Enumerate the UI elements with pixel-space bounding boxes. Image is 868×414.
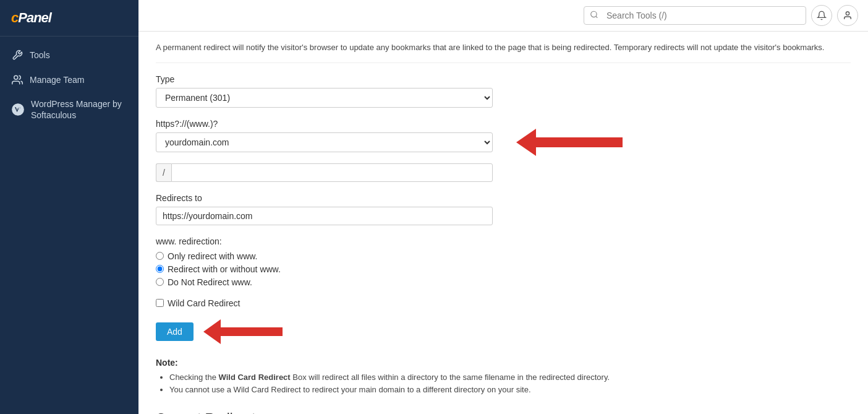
https-form-group: https?://(www.)? yourdomain.com bbox=[156, 119, 851, 152]
note-wildcard-bold: Wild Card Redirect bbox=[219, 373, 291, 382]
user-menu-button[interactable] bbox=[837, 5, 858, 26]
arrow-body-domain bbox=[536, 137, 623, 147]
svg-point-2 bbox=[591, 11, 597, 17]
svg-line-3 bbox=[596, 16, 598, 18]
https-label: https?://(www.)? bbox=[156, 119, 851, 129]
svg-point-4 bbox=[846, 12, 849, 15]
note-section: Note: Checking the Wild Card Redirect Bo… bbox=[156, 358, 851, 397]
note-title: Note: bbox=[156, 358, 851, 368]
radio-do-not-label: Do Not Redirect www. bbox=[168, 277, 252, 287]
wordpress-icon bbox=[11, 103, 25, 116]
path-row: / bbox=[156, 163, 493, 182]
radio-only-www-label: Only redirect with www. bbox=[168, 251, 257, 261]
sidebar-item-manage-team[interactable]: Manage Team bbox=[0, 67, 138, 92]
add-button[interactable]: Add bbox=[156, 322, 194, 341]
path-prefix: / bbox=[156, 163, 171, 182]
domain-row: yourdomain.com bbox=[156, 132, 493, 152]
domain-arrow-annotation bbox=[516, 129, 623, 156]
sidebar-logo: cPanel bbox=[0, 0, 138, 37]
sidebar-item-wordpress-label: WordPress Manager by Softaculous bbox=[31, 98, 127, 121]
note-item-2: You cannot use a Wild Card Redirect to r… bbox=[169, 384, 851, 397]
radio-do-not-input[interactable] bbox=[156, 278, 164, 286]
wildcard-label: Wild Card Redirect bbox=[168, 298, 240, 308]
add-button-arrow-head bbox=[203, 319, 221, 344]
svg-point-0 bbox=[14, 75, 18, 79]
radio-with-or-without: Redirect with or without www. bbox=[156, 264, 851, 274]
search-input[interactable] bbox=[584, 6, 806, 25]
intro-text: A permanent redirect will notify the vis… bbox=[156, 41, 851, 63]
search-icon bbox=[590, 11, 598, 21]
www-redirection-group: www. redirection: Only redirect with www… bbox=[156, 236, 851, 287]
sidebar-item-manage-team-label: Manage Team bbox=[30, 75, 84, 85]
red-arrow-domain bbox=[516, 129, 623, 156]
sidebar-nav: Tools Manage Team WordPress bbox=[0, 37, 138, 133]
content-scroll-area: A permanent redirect will notify the vis… bbox=[138, 32, 868, 414]
domain-select[interactable]: yourdomain.com bbox=[156, 132, 493, 152]
radio-do-not: Do Not Redirect www. bbox=[156, 277, 851, 287]
arrow-head-domain bbox=[516, 129, 536, 156]
note-list: Checking the Wild Card Redirect Box will… bbox=[156, 371, 851, 397]
www-redirection-label: www. redirection: bbox=[156, 236, 851, 246]
redirects-to-form-group: Redirects to bbox=[156, 193, 851, 225]
sidebar-item-tools-label: Tools bbox=[30, 50, 50, 60]
main-content-area: A permanent redirect will notify the vis… bbox=[138, 0, 868, 414]
path-input[interactable] bbox=[171, 163, 493, 182]
add-button-row: Add bbox=[156, 319, 851, 344]
redirects-to-input[interactable] bbox=[156, 207, 493, 225]
current-redirects-title: Current Redirects bbox=[156, 410, 851, 414]
redirects-to-label: Redirects to bbox=[156, 193, 851, 203]
radio-with-or-without-label: Redirect with or without www. bbox=[168, 264, 281, 274]
wildcard-row: Wild Card Redirect bbox=[156, 298, 851, 308]
note-item-1: Checking the Wild Card Redirect Box will… bbox=[169, 371, 851, 384]
notifications-button[interactable] bbox=[811, 5, 832, 26]
sidebar-item-wordpress[interactable]: WordPress Manager by Softaculous bbox=[0, 92, 138, 127]
sidebar: cPanel Tools Manage Team bbox=[0, 0, 138, 414]
users-icon bbox=[11, 74, 23, 86]
wildcard-checkbox[interactable] bbox=[156, 299, 164, 307]
type-form-group: Type Permanent (301) Temporary (302) bbox=[156, 74, 851, 108]
cpanel-logo-text: cPanel bbox=[11, 10, 51, 25]
add-button-arrow-body bbox=[221, 327, 283, 336]
type-select[interactable]: Permanent (301) Temporary (302) bbox=[156, 88, 493, 108]
radio-with-or-without-input[interactable] bbox=[156, 265, 164, 273]
header bbox=[138, 0, 868, 32]
radio-only-www: Only redirect with www. bbox=[156, 251, 851, 261]
type-label: Type bbox=[156, 74, 851, 84]
content-inner: A permanent redirect will notify the vis… bbox=[138, 32, 868, 414]
sidebar-item-tools[interactable]: Tools bbox=[0, 43, 138, 67]
add-button-arrow-annotation bbox=[203, 319, 283, 344]
radio-only-www-input[interactable] bbox=[156, 252, 164, 260]
wrench-icon bbox=[11, 49, 23, 61]
search-container bbox=[584, 6, 806, 25]
